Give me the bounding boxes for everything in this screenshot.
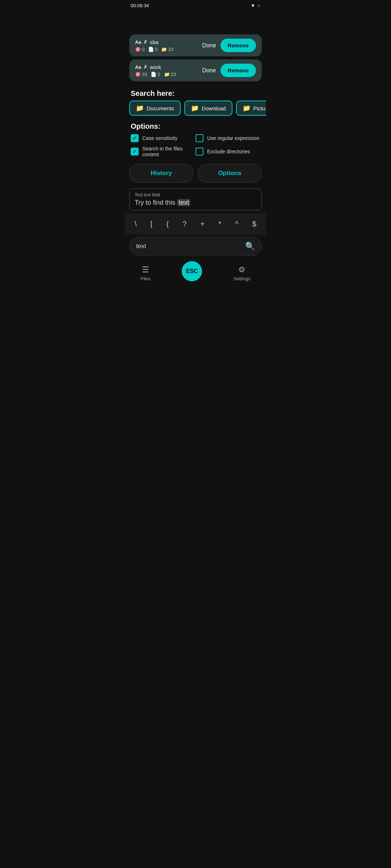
card-sba: Aa ✗ sba 🎯 0 📄 0 📁 23 Done Remove bbox=[129, 34, 262, 56]
nav-files-label: Files bbox=[140, 276, 150, 281]
settings-icon: ⚙ bbox=[238, 265, 245, 275]
folder-tab-pictures[interactable]: 📁 Pictu... bbox=[236, 101, 266, 116]
option-regex-label: Use regular expression bbox=[207, 135, 259, 141]
folder-icon-documents: 📁 bbox=[136, 104, 144, 112]
nav-settings[interactable]: ⚙ Settings bbox=[234, 265, 251, 281]
search-label: Search here: bbox=[125, 84, 266, 101]
card-sba-actions: Done Remove bbox=[202, 39, 256, 52]
checkbox-exclude-dirs[interactable] bbox=[196, 148, 203, 156]
status-icons: ▼ ○ bbox=[251, 3, 260, 8]
option-regex[interactable]: Use regular expression bbox=[196, 134, 260, 142]
meta-files2-work: 📁 23 bbox=[164, 72, 176, 77]
files-icon: ☰ bbox=[142, 265, 149, 275]
done-text-sba[interactable]: Done bbox=[202, 42, 216, 49]
key-plus[interactable]: + bbox=[198, 218, 208, 230]
search-icon[interactable]: 🔍 bbox=[245, 242, 255, 251]
option-case-sensitivity[interactable]: ✓ Case sensitivity bbox=[131, 134, 196, 142]
card-sba-info: Aa ✗ sba 🎯 0 📄 0 📁 23 bbox=[135, 39, 173, 52]
signal-icon: ○ bbox=[257, 3, 260, 8]
text-field-pre: Try to find this bbox=[135, 199, 177, 206]
checkbox-case-sensitivity[interactable]: ✓ bbox=[131, 134, 139, 142]
search-bar[interactable]: text 🔍 bbox=[129, 237, 262, 256]
key-bracket[interactable]: [ bbox=[148, 218, 156, 230]
card-work-title-row: Aa ✗ work bbox=[135, 64, 176, 70]
card-work-title: work bbox=[150, 64, 161, 70]
option-exclude-dirs-label: Exclude directories bbox=[207, 149, 250, 154]
done-text-work[interactable]: Done bbox=[202, 67, 216, 74]
folder-tab-documents-label: Documents bbox=[147, 105, 174, 111]
slash-icon-2: ✗ bbox=[143, 64, 148, 70]
history-button[interactable]: History bbox=[129, 164, 193, 183]
nav-files[interactable]: ☰ Files bbox=[140, 265, 150, 281]
meta-files2: 📁 23 bbox=[161, 47, 173, 52]
meta-goals: 🎯 0 bbox=[135, 47, 144, 52]
card-work-info: Aa ✗ work 🎯 33 📄 2 📁 23 bbox=[135, 64, 176, 77]
text-field-value[interactable]: Try to find this text bbox=[135, 199, 256, 207]
slash-icon: ✗ bbox=[143, 39, 148, 45]
option-content-search-label: Search in the files content bbox=[142, 146, 196, 157]
meta-files1-work: 📄 2 bbox=[151, 72, 160, 77]
option-case-sensitivity-label: Case sensitivity bbox=[142, 135, 177, 141]
meta-files1: 📄 0 bbox=[148, 47, 157, 52]
folder-tab-documents[interactable]: 📁 Documents bbox=[129, 101, 181, 116]
card-work-meta: 🎯 33 📄 2 📁 23 bbox=[135, 72, 176, 77]
folder-tab-pictures-label: Pictu... bbox=[253, 105, 266, 111]
folder-tabs: 📁 Documents 📁 Download 📁 Pictu... bbox=[125, 101, 266, 119]
status-bar: 00:06:34 ▼ ○ bbox=[125, 0, 266, 10]
checkbox-regex[interactable] bbox=[196, 134, 203, 142]
aa-icon: Aa bbox=[135, 39, 141, 45]
keyboard-special: \ [ { ? + * ^ $ bbox=[125, 213, 266, 235]
folder-tab-download[interactable]: 📁 Download bbox=[184, 101, 232, 116]
text-field-container[interactable]: Test text field Try to find this text bbox=[129, 188, 262, 210]
options-label: Options: bbox=[125, 119, 266, 133]
key-question[interactable]: ? bbox=[180, 218, 189, 230]
status-time: 00:06:34 bbox=[131, 3, 149, 8]
folder-icon-pictures: 📁 bbox=[243, 104, 251, 112]
options-grid: ✓ Case sensitivity Use regular expressio… bbox=[125, 133, 266, 161]
search-bar-input[interactable]: text bbox=[136, 243, 245, 250]
key-dollar[interactable]: $ bbox=[249, 218, 259, 230]
card-work-actions: Done Remove bbox=[202, 64, 256, 77]
key-caret[interactable]: ^ bbox=[232, 218, 241, 230]
esc-button[interactable]: ESC bbox=[182, 261, 202, 281]
remove-button-work[interactable]: Remove bbox=[220, 64, 256, 77]
option-content-search[interactable]: ✓ Search in the files content bbox=[131, 146, 196, 157]
folder-tab-download-label: Download bbox=[202, 105, 226, 111]
card-sba-title: sba bbox=[150, 39, 159, 45]
text-field-highlight: text bbox=[177, 199, 190, 206]
option-exclude-dirs[interactable]: Exclude directories bbox=[196, 146, 260, 157]
text-field-label: Test text field bbox=[135, 192, 256, 197]
card-sba-title-row: Aa ✗ sba bbox=[135, 39, 173, 45]
key-backslash[interactable]: \ bbox=[132, 218, 140, 230]
action-buttons: History Options bbox=[125, 161, 266, 186]
folder-icon-download: 📁 bbox=[191, 104, 199, 112]
bottom-nav: ☰ Files ESC ⚙ Settings bbox=[125, 259, 266, 289]
checkbox-content-search[interactable]: ✓ bbox=[131, 148, 139, 156]
aa-icon-2: Aa bbox=[135, 64, 141, 70]
card-sba-meta: 🎯 0 📄 0 📁 23 bbox=[135, 47, 173, 52]
nav-settings-label: Settings bbox=[234, 276, 251, 281]
options-button[interactable]: Options bbox=[198, 164, 262, 183]
key-brace[interactable]: { bbox=[163, 218, 172, 230]
meta-goals-work: 🎯 33 bbox=[135, 72, 147, 77]
card-work: Aa ✗ work 🎯 33 📄 2 📁 23 Done Remove bbox=[129, 59, 262, 81]
key-asterisk[interactable]: * bbox=[215, 218, 224, 230]
wifi-icon: ▼ bbox=[251, 3, 255, 8]
remove-button-sba[interactable]: Remove bbox=[220, 39, 256, 52]
